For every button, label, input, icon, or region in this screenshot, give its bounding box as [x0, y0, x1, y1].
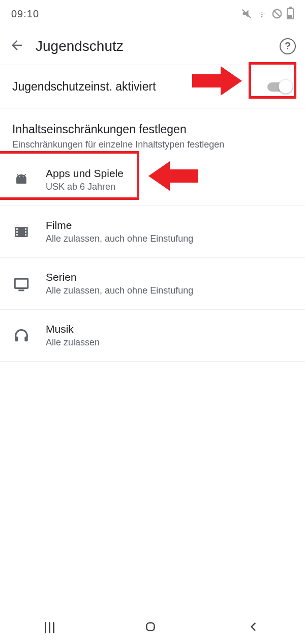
item-movies[interactable]: Filme Alle zulassen, auch ohne Einstufun… [0, 206, 305, 258]
item-apps-games[interactable]: Apps und Spiele USK ab 6 Jahren [0, 154, 305, 206]
headphones-icon [12, 327, 30, 345]
status-time: 09:10 [11, 8, 39, 20]
bar-icon [53, 622, 54, 633]
svg-line-2 [274, 11, 280, 17]
item-subtitle: USK ab 6 Jahren [46, 182, 124, 192]
page-title: Jugendschutz [36, 38, 268, 54]
item-title: Serien [46, 271, 193, 283]
item-title: Apps und Spiele [46, 167, 124, 180]
screen: 09:10 Jugendschutz ? Jugendschutzeinst. … [0, 0, 305, 644]
mute-icon [241, 8, 252, 19]
annotation-arrow-apps [147, 161, 198, 190]
activate-label: Jugendschutzeinst. aktiviert [12, 80, 156, 94]
item-subtitle: Alle zulassen, auch ohne Einstufung [46, 233, 193, 244]
section-subtitle: Einschränkungen für einzelne Inhaltstype… [12, 139, 293, 150]
back-button[interactable] [9, 38, 24, 55]
nav-home-button[interactable] [144, 620, 157, 635]
activate-toggle[interactable] [267, 79, 293, 94]
item-music[interactable]: Musik Alle zulassen [0, 310, 305, 362]
item-tv[interactable]: Serien Alle zulassen, auch ohne Einstufu… [0, 258, 305, 310]
no-sign-icon [271, 8, 283, 19]
help-icon: ? [285, 40, 291, 52]
status-bar: 09:10 [0, 0, 305, 27]
item-subtitle: Alle zulassen [46, 337, 100, 348]
svg-rect-6 [24, 336, 27, 341]
item-texts: Apps und Spiele USK ab 6 Jahren [46, 167, 124, 192]
item-title: Filme [46, 219, 193, 231]
app-bar: Jugendschutz ? [0, 27, 305, 65]
android-icon [12, 171, 30, 189]
status-icons [241, 8, 294, 19]
wifi-icon [256, 8, 267, 19]
tv-icon [12, 275, 30, 293]
nav-recents-button[interactable] [45, 622, 54, 633]
home-icon [144, 620, 157, 633]
section-header: Inhaltseinschränkungen festlegen Einschr… [0, 108, 305, 154]
item-texts: Filme Alle zulassen, auch ohne Einstufun… [46, 219, 193, 244]
row-parental-controls-active[interactable]: Jugendschutzeinst. aktiviert [0, 65, 305, 108]
bar-icon [45, 622, 46, 633]
svg-rect-7 [147, 623, 155, 630]
svg-rect-3 [15, 279, 28, 288]
nav-back-button[interactable] [247, 620, 260, 635]
annotation-arrow-toggle [192, 66, 243, 95]
bar-icon [49, 622, 50, 633]
film-icon [12, 223, 30, 241]
toggle-thumb [279, 79, 293, 94]
item-subtitle: Alle zulassen, auch ohne Einstufung [46, 285, 193, 296]
item-texts: Musik Alle zulassen [46, 323, 100, 348]
chevron-left-icon [247, 620, 260, 633]
svg-rect-5 [15, 336, 18, 341]
system-nav-bar [0, 611, 305, 644]
battery-icon [287, 8, 294, 19]
help-button[interactable]: ? [280, 38, 296, 54]
section-title: Inhaltseinschränkungen festlegen [12, 123, 293, 136]
arrow-left-icon [9, 38, 24, 53]
item-title: Musik [46, 323, 100, 335]
item-texts: Serien Alle zulassen, auch ohne Einstufu… [46, 271, 193, 296]
